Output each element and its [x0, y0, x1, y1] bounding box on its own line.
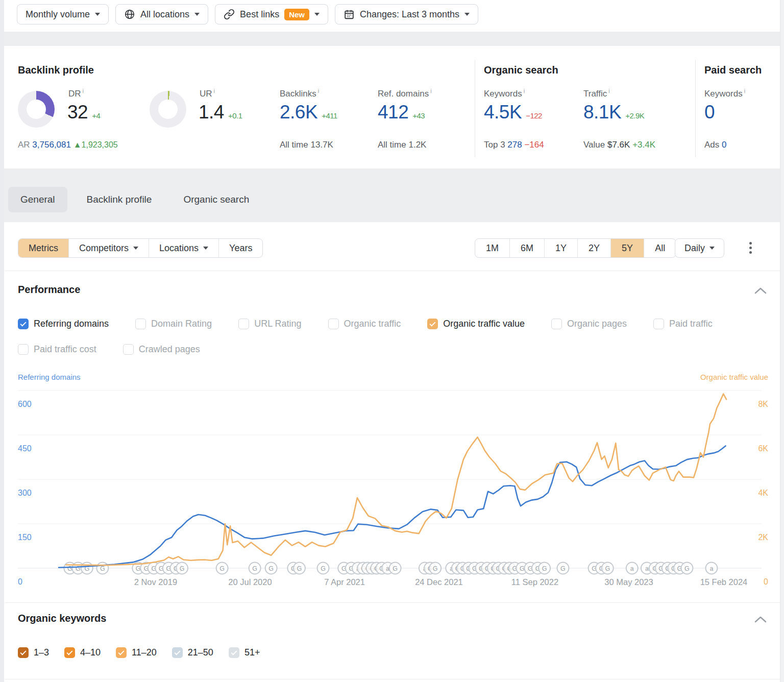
keywords-value[interactable]: 4.5K−122: [484, 102, 542, 123]
control-competitors[interactable]: Competitors: [69, 239, 149, 257]
y-axis-right-tick: 0: [764, 577, 768, 586]
performance-chart[interactable]: 6008K4506K3004K1502K002 Nov 201920 Jul 2…: [0, 384, 784, 594]
range-all-button[interactable]: All: [644, 239, 676, 257]
link-icon: [224, 9, 235, 20]
position-1-3-checkbox[interactable]: 1–3: [18, 647, 49, 658]
metric-url-rating-checkbox[interactable]: URL Rating: [238, 319, 301, 329]
metric-organic-pages-checkbox[interactable]: Organic pages: [551, 319, 627, 329]
backlinks-delta: +411: [322, 111, 337, 120]
dr-delta: +4: [92, 111, 100, 120]
changes-dropdown[interactable]: Changes: Last 3 months: [335, 4, 478, 25]
control-label: Metrics: [29, 243, 58, 254]
y-axis-left-tick: 600: [18, 400, 32, 408]
metric-organic-traffic-value-checkbox[interactable]: Organic traffic value: [427, 319, 525, 329]
page-gutter: [0, 0, 4, 682]
best-links-dropdown[interactable]: Best links New: [215, 4, 328, 25]
checkbox-box: [427, 319, 438, 329]
series-line-referring-domains: [59, 446, 726, 568]
checkbox-label: Paid traffic: [669, 319, 713, 329]
monthly-volume-dropdown[interactable]: Monthly volume: [17, 4, 109, 25]
range-1y-button[interactable]: 1Y: [545, 239, 578, 257]
traffic-value[interactable]: 8.1K+2.9K: [583, 102, 644, 123]
annotation-letter: G: [297, 565, 302, 572]
control-locations[interactable]: Locations: [149, 239, 219, 257]
checkbox-box: [18, 319, 29, 329]
best-links-label: Best links: [240, 9, 279, 20]
collapse-organic-keywords-button[interactable]: [754, 616, 767, 625]
checkbox-label: 51+: [244, 647, 260, 658]
range-5y-button[interactable]: 5Y: [611, 239, 644, 257]
ref-domains-value[interactable]: 412+43: [378, 102, 425, 123]
collapse-performance-button[interactable]: [754, 287, 767, 296]
ur-value: 1.4+0.1: [199, 102, 242, 123]
metric-paid-traffic-checkbox[interactable]: Paid traffic: [653, 319, 713, 329]
more-options-menu[interactable]: [747, 240, 754, 256]
divider: [5, 679, 780, 679]
metric-organic-traffic-checkbox[interactable]: Organic traffic: [328, 319, 401, 329]
checkbox-label: Crawled pages: [139, 344, 200, 355]
divider: [475, 60, 475, 157]
position-filter-toggles: 1–34–1011–2021–5051+: [18, 647, 260, 658]
traffic-value-row: Value $7.6K +3.4K: [583, 140, 655, 150]
checkbox-label: Domain Rating: [151, 319, 212, 329]
annotation-letter: a: [709, 565, 713, 572]
band-divider-top: [0, 32, 784, 46]
position-4-10-checkbox[interactable]: 4–10: [64, 647, 101, 658]
tab-backlink-profile[interactable]: Backlink profile: [75, 187, 164, 212]
metric-domain-rating-checkbox[interactable]: Domain Rating: [135, 319, 212, 329]
position-21-50-checkbox[interactable]: 21–50: [172, 647, 213, 658]
range-1m-button[interactable]: 1M: [475, 239, 510, 257]
backlinks-value[interactable]: 2.6K+411: [280, 102, 337, 123]
checkbox-label: Paid traffic cost: [34, 344, 96, 355]
check-icon: [118, 649, 125, 655]
ref-domains-delta: +43: [412, 111, 425, 120]
monthly-volume-label: Monthly volume: [26, 9, 90, 20]
control-metrics[interactable]: Metrics: [18, 239, 69, 257]
check-icon: [430, 320, 436, 326]
checkbox-label: 11–20: [132, 647, 157, 658]
locations-dropdown[interactable]: All locations: [115, 4, 208, 25]
annotation-letter: G: [560, 565, 566, 572]
checkbox-box: [18, 647, 29, 658]
chevron-down-icon: [709, 247, 715, 250]
checkbox-box: [653, 319, 664, 329]
control-years[interactable]: Years: [219, 239, 262, 257]
metric-paid-traffic-cost-checkbox[interactable]: Paid traffic cost: [18, 344, 96, 355]
ur-donut-chart: [150, 91, 186, 128]
y-axis-left-tick: 300: [18, 489, 32, 497]
annotation-letter: G: [605, 565, 610, 572]
checkbox-label: Organic traffic value: [443, 319, 525, 329]
chevron-down-icon: [133, 247, 138, 250]
ar-value[interactable]: 3,756,081: [32, 140, 71, 150]
check-icon: [67, 649, 73, 655]
time-range-controls: 1M6M1Y2Y5YAll: [475, 238, 676, 258]
keywords-top3: Top 3 278 −164: [484, 140, 544, 150]
granularity-dropdown[interactable]: Daily: [675, 238, 724, 258]
annotation-letter: G: [100, 565, 105, 572]
info-icon: i: [524, 88, 525, 94]
tab-general[interactable]: General: [8, 187, 67, 212]
range-2y-button[interactable]: 2Y: [578, 239, 611, 257]
organic-search-title: Organic search: [484, 64, 558, 76]
scrollbar[interactable]: [780, 0, 784, 682]
ads-row: Ads 0: [704, 140, 727, 150]
annotation-letter: G: [520, 565, 525, 572]
metric-referring-domains-checkbox[interactable]: Referring domains: [18, 319, 109, 329]
range-6m-button[interactable]: 6M: [510, 239, 545, 257]
annotation-letter: G: [684, 565, 690, 572]
ur-delta: +0.1: [228, 111, 242, 120]
x-axis-date-label: 2 Nov 2019: [134, 577, 177, 587]
checkbox-label: 4–10: [80, 647, 101, 658]
info-icon: i: [608, 88, 609, 94]
dr-label: DRi: [68, 88, 84, 99]
backlinks-label: Backlinksi: [280, 88, 319, 99]
position-51-checkbox[interactable]: 51+: [229, 647, 260, 658]
position-11-20-checkbox[interactable]: 11–20: [116, 647, 157, 658]
metric-crawled-pages-checkbox[interactable]: Crawled pages: [123, 344, 200, 355]
chevron-down-icon: [95, 13, 100, 16]
tab-organic-search[interactable]: Organic search: [171, 187, 261, 212]
check-icon: [231, 649, 237, 655]
paid-keywords-value[interactable]: 0: [704, 102, 715, 123]
ar-row: AR 3,756,081 ▲1,923,305: [18, 140, 118, 150]
divider: [5, 271, 780, 271]
